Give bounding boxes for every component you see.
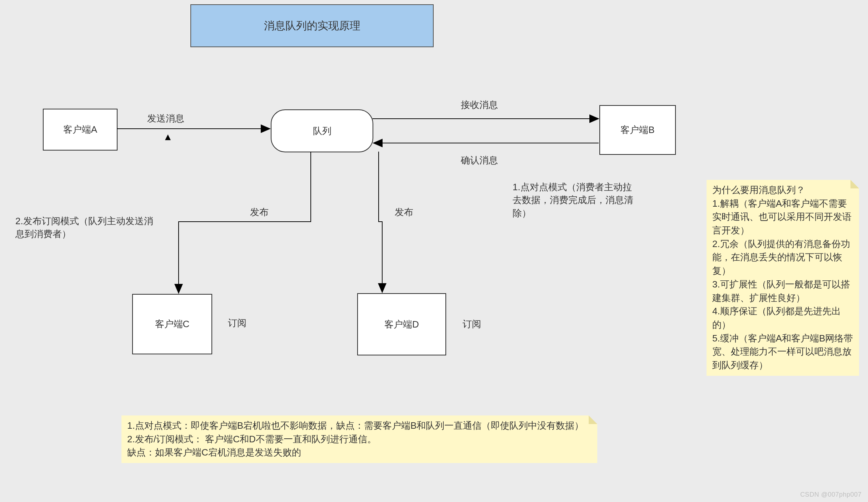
annotation-mode-pubsub: 2.发布订阅模式（队列主动发送消息到消费者） [15,215,158,241]
watermark: CSDN @007php007 [800,491,862,498]
node-client-b-label: 客户端B [620,124,654,136]
edge-label-sub-d: 订阅 [463,318,481,330]
edge-label-ack: 确认消息 [461,154,498,167]
edge-label-publish2: 发布 [395,206,413,218]
note-why-line1: 1.解耦（客户端A和客户端不需要实时通讯、也可以采用不同开发语言开发） [712,197,853,237]
node-client-b: 客户端B [599,105,676,155]
note-compare-line2: 2.发布/订阅模式： 客户端C和D不需要一直和队列进行通信。 [127,433,592,446]
note-why-line0: 为什么要用消息队列？ [712,183,853,197]
edge-label-sub-c: 订阅 [228,316,246,329]
node-client-d: 客户端D [357,293,446,355]
note-why-line3: 3.可扩展性（队列一般都是可以搭建集群、扩展性良好） [712,278,853,305]
edge-label-publish1: 发布 [250,206,269,218]
arrow-queue-to-c [179,152,311,292]
note-corner-fold-icon [589,415,597,424]
note-why-mq: 为什么要用消息队列？ 1.解耦（客户端A和客户端不需要实时通讯、也可以采用不同开… [707,180,859,376]
note-why-line4: 4.顺序保证（队列都是先进先出的） [712,305,853,331]
diagram-title: 消息队列的实现原理 [190,4,434,47]
note-mode-compare: 1.点对点模式：即使客户端B宕机啦也不影响数据，缺点：需要客户端B和队列一直通信… [121,415,597,463]
edge-label-send: 发送消息 [147,112,184,125]
note-why-line5: 5.缓冲（客户端A和客户端B网络带宽、处理能力不一样可以吧消息放到队列缓存） [712,332,853,372]
node-client-a-label: 客户端A [63,123,97,136]
note-compare-line1: 1.点对点模式：即使客户端B宕机啦也不影响数据，缺点：需要客户端B和队列一直通信… [127,419,592,433]
node-queue: 队列 [271,109,373,152]
node-client-c-label: 客户端C [155,318,190,330]
edge-label-receive: 接收消息 [461,98,498,111]
node-queue-label: 队列 [313,125,331,137]
node-client-a: 客户端A [43,109,118,151]
note-corner-fold-icon [850,180,859,188]
note-why-line2: 2.冗余（队列提供的有消息备份功能，在消息丢失的情况下可以恢复） [712,237,853,278]
annotation-mode-p2p: 1.点对点模式（消费者主动拉去数据，消费完成后，消息清除） [513,181,638,220]
arrow-send-back-tick-icon [165,134,171,140]
node-client-d-label: 客户端D [384,318,419,331]
node-client-c: 客户端C [132,294,212,354]
note-compare-line3: 缺点：如果客户端C宕机消息是发送失败的 [127,446,592,459]
arrow-queue-to-d [379,152,382,292]
diagram-title-text: 消息队列的实现原理 [264,19,360,33]
